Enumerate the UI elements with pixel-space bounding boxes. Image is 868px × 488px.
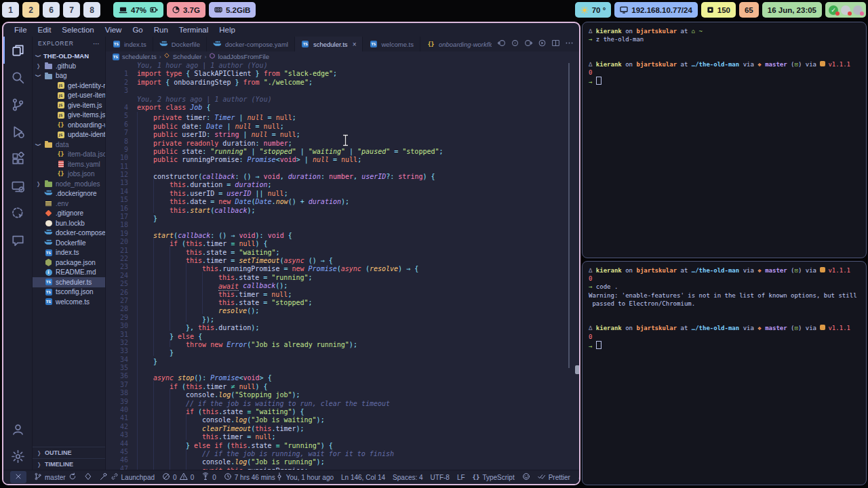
tree-item-docker-compose-[interactable]: docker-compose... [33, 228, 105, 239]
workspace-button-6[interactable]: 6 [43, 2, 60, 18]
close-icon[interactable]: × [353, 41, 357, 48]
indent-guide [186, 289, 202, 297]
terminal-window-top[interactable]: ∆ kierank on bjartskular at ⌂ ~→ z the-o… [582, 22, 867, 258]
tab-index-ts[interactable]: TSindex.ts [106, 37, 153, 52]
launchpad-button[interactable]: Launchpad [100, 472, 155, 482]
tree-item-jobs-json[interactable]: {}jobs.json [33, 169, 105, 180]
activity-search[interactable] [3, 64, 32, 91]
tree-item-data[interactable]: ❭data [33, 140, 105, 150]
action-run-icon[interactable] [538, 38, 547, 50]
indentation-status[interactable]: Spaces: 4 [393, 474, 422, 481]
ports-status[interactable]: 0 [201, 472, 216, 482]
section-timeline[interactable]: ❭TIMELINE [33, 458, 105, 470]
menu-view[interactable]: View [100, 26, 127, 34]
section-outline[interactable]: ❭OUTLINE [33, 447, 105, 458]
tree-item-get-identity-me-[interactable]: JSget-identity-me... [33, 81, 105, 91]
resize-grip[interactable] [575, 365, 580, 374]
git-branch-status[interactable]: master [34, 472, 77, 482]
activity-settings[interactable] [3, 443, 32, 470]
line-number: 22 [106, 255, 137, 263]
package-count: 150 [701, 2, 736, 18]
tree-item-update-identity-[interactable]: JSupdate-identity... [33, 130, 105, 140]
notifications-bell[interactable] [578, 472, 580, 482]
action-more-icon[interactable] [565, 38, 574, 50]
gitlens-button[interactable] [84, 472, 92, 482]
menu-run[interactable]: Run [149, 26, 174, 34]
tree-item-welcome-ts[interactable]: TSwelcome.ts [33, 297, 105, 307]
activity-chat[interactable] [3, 226, 32, 253]
tree-item-dockerfile[interactable]: Dockerfile [33, 238, 105, 248]
tray-gear-icon[interactable] [853, 5, 863, 15]
action-nav-forward-icon[interactable] [524, 38, 533, 50]
tab-dockerfile[interactable]: Dockerfile [153, 37, 207, 52]
menu-selection[interactable]: Selection [56, 26, 99, 34]
blame-status[interactable]: You, 1 hour ago [275, 472, 334, 482]
action-nav-back-icon[interactable] [497, 38, 506, 50]
eol-status[interactable]: LF [457, 474, 465, 481]
tree-item-give-items-js[interactable]: JSgive-items.js [33, 110, 105, 121]
breadcrumb-scheduler[interactable]: Scheduler [164, 53, 202, 61]
time-tracker[interactable]: 7 hrs 46 mins [224, 472, 275, 482]
tree-item-bun-lockb[interactable]: bun.lockb [33, 218, 105, 228]
indent-guide [186, 280, 202, 288]
tree-item-item-data-json[interactable]: {}item-data.json [33, 150, 105, 160]
breadcrumb-loadjobsfromfile[interactable]: loadJobsFromFile [209, 53, 269, 61]
terminal-window-bottom[interactable]: ∆ kierank on bjartskular at …/the-old-ma… [582, 261, 867, 485]
editor-scrollbar[interactable] [568, 63, 570, 368]
tree-item-scheduler-ts[interactable]: TSscheduler.ts [33, 277, 105, 287]
activity-source-control[interactable] [3, 91, 32, 118]
tree-item-tsconfig-json[interactable]: TStsconfig.json [33, 287, 105, 298]
workspace-button-8[interactable]: 8 [83, 2, 100, 18]
tree-item-give-item-js[interactable]: JSgive-item.js [33, 100, 105, 110]
menu-help[interactable]: Help [214, 26, 241, 34]
indent-guide [153, 406, 170, 414]
tree-item-bag[interactable]: ❭bag [33, 71, 105, 81]
line-number: 6 [106, 121, 137, 129]
cursor-position[interactable]: Ln 146, Col 14 [341, 474, 385, 481]
activity-remote-explorer[interactable] [3, 172, 32, 199]
activity-extensions[interactable] [3, 145, 32, 172]
tree-item-onboarding-wo-[interactable]: {}onboarding-wo... [33, 120, 105, 130]
sun-icon [580, 6, 589, 14]
action-nav-dot-icon[interactable] [511, 38, 519, 50]
menu-file[interactable]: File [9, 26, 33, 34]
workspace-button-2[interactable]: 2 [22, 2, 39, 18]
tree-item--dockerignore[interactable]: .dockerignore [33, 189, 105, 199]
code-line: 37if (this.timer ≠ null) { [106, 381, 579, 389]
tree-item-index-ts[interactable]: TSindex.ts [33, 248, 105, 258]
breadcrumb-scheduler.ts[interactable]: TSscheduler.ts [111, 52, 157, 61]
code-editor[interactable]: You, 1 hour ago | 1 author (You)1import … [106, 62, 579, 470]
tab-docker-compose-yaml[interactable]: docker-compose.yaml [207, 37, 295, 52]
workspace-root-row[interactable]: ❭ THE-OLD-MAN [33, 50, 105, 61]
activity-run-debug[interactable] [3, 118, 32, 145]
activity-live-share[interactable] [3, 199, 32, 226]
tab-scheduler-ts[interactable]: TSscheduler.ts× [295, 37, 363, 52]
workspace-button-7[interactable]: 7 [63, 2, 80, 18]
tray-check-icon[interactable]: ✓ [829, 5, 838, 15]
formatter-status[interactable]: Prettier [538, 472, 570, 482]
menu-go[interactable]: Go [127, 26, 148, 34]
menu-terminal[interactable]: Terminal [174, 26, 214, 34]
tree-item--github[interactable]: ❭.github [33, 61, 105, 71]
tree-item--env[interactable]: .env [33, 199, 105, 209]
tree-item-get-user-items-js[interactable]: JSget-user-items.js [33, 91, 105, 101]
tree-item-package-json[interactable]: package.json [33, 258, 105, 268]
problems-status[interactable]: 00 [162, 472, 194, 482]
tree-item-readme-md[interactable]: iREADME.md [33, 268, 105, 278]
workspace-button-1[interactable]: 1 [2, 2, 19, 18]
feedback-smiley[interactable] [522, 472, 530, 482]
explorer-actions-icon[interactable]: ⋯ [93, 40, 100, 47]
tray-paw-icon[interactable] [841, 5, 850, 15]
encoding-status[interactable]: UTF-8 [431, 474, 450, 481]
menu-edit[interactable]: Edit [33, 26, 57, 34]
action-split-icon[interactable] [551, 38, 560, 50]
tab-welcome-ts[interactable]: TSwelcome.ts [363, 37, 420, 52]
language-mode[interactable]: {}TypeScript [473, 474, 515, 481]
tree-item-items-yaml[interactable]: items.yaml [33, 159, 105, 169]
tree-item-node-modules[interactable]: ❭node_modules [33, 179, 105, 189]
activity-explorer[interactable] [3, 37, 32, 64]
tree-item--gitignore[interactable]: .gitignore [33, 209, 105, 219]
indent-guide [202, 272, 218, 280]
activity-account[interactable] [3, 415, 32, 443]
remote-window-button[interactable] [10, 471, 26, 483]
